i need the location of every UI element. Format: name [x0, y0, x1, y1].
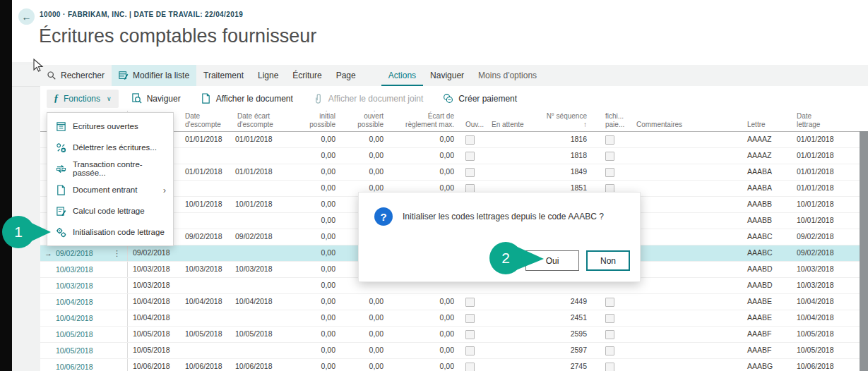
menu-item-initialisation-code-lettrage[interactable]: Initialisation code lettrage — [47, 221, 173, 243]
menubar-naviguer[interactable]: Naviguer — [423, 65, 471, 86]
column-header-ecart[interactable]: Date écart d'escompte — [232, 111, 283, 131]
creer-paiement-button[interactable]: Créer paiement — [436, 90, 524, 107]
cell-d1: 10/06/2018 — [40, 359, 128, 371]
cell-seq: 2451 — [533, 310, 595, 326]
table-row[interactable]: 10/06/201810/06/201810/06/201810/06/2018… — [40, 359, 860, 371]
cell-ecart: 01/01/2018 — [232, 164, 283, 180]
cell-dlet: 01/01/2018 — [787, 181, 860, 196]
cell-cb1 — [456, 343, 486, 358]
search-icon — [47, 71, 57, 80]
table-row[interactable]: 10/04/201810/04/201810/04/201810/04/2018… — [40, 294, 860, 310]
cell-esc — [179, 181, 232, 196]
column-header-seq[interactable]: N° séquence ↑ — [533, 111, 595, 131]
fonctions-dropdown-menu: Ecritures ouvertes Délettrer les écritur… — [47, 112, 174, 246]
column-header-attente[interactable]: En attente — [486, 111, 533, 131]
column-header-init[interactable]: Escompte initial possible — [283, 111, 337, 131]
menubar-traitement[interactable]: Traitement — [196, 65, 251, 86]
column-header-lettre[interactable]: Lettre — [738, 111, 787, 131]
cell-regl: 0,00 — [385, 132, 456, 147]
checkbox[interactable] — [605, 330, 614, 339]
afficher-document-joint-button[interactable]: Afficher le document joint — [306, 90, 431, 107]
cell-dlet: 01/01/2018 — [787, 164, 860, 180]
checkbox[interactable] — [605, 168, 614, 177]
checkbox[interactable] — [465, 363, 475, 371]
column-header-dlet[interactable]: Date lettrage — [787, 111, 860, 131]
date-link[interactable]: 10/06/2018 — [56, 360, 93, 371]
checkbox[interactable] — [465, 135, 475, 145]
checkbox[interactable] — [605, 298, 614, 307]
date-link[interactable]: 10/05/2018 — [56, 327, 93, 342]
cell-ecart — [232, 343, 283, 358]
date-link[interactable]: 10/03/2018 — [56, 279, 93, 293]
cell-comment — [631, 132, 738, 147]
date-link[interactable]: 10/04/2018 — [56, 311, 93, 326]
cell-dlet: 10/05/2018 — [787, 327, 860, 342]
cell-ouvert: 0,00 — [337, 294, 385, 310]
column-header-cb1[interactable]: Ouv... — [456, 111, 486, 131]
cell-seq: 1818 — [533, 148, 595, 164]
cell-ecart — [232, 181, 283, 196]
date-link[interactable]: 09/02/2018 — [56, 246, 93, 261]
cell-attente — [486, 310, 533, 326]
document-icon — [201, 93, 211, 104]
cell-dlet: 10/03/2018 — [787, 262, 860, 277]
column-header-comment[interactable]: Commentaires — [631, 111, 738, 131]
menubar-modifier-la-liste[interactable]: Modifier la liste — [112, 65, 196, 86]
column-header-esc[interactable]: Date d'escompte — [179, 111, 232, 131]
cell-esc: 01/01/2018 — [179, 164, 232, 180]
cell-d1: 10/03/2018 — [40, 262, 128, 277]
table-row[interactable]: 10/04/201810/04/20180,000,000,002451AAAB… — [40, 310, 860, 327]
checkbox[interactable] — [605, 314, 614, 323]
fonctions-button[interactable]: ƒ Fonctions ∨ — [47, 90, 119, 108]
page-title: Écritures comptables fournisseur — [39, 25, 316, 47]
date-link[interactable]: 10/03/2018 — [56, 262, 93, 277]
back-button[interactable]: ← — [18, 8, 35, 25]
vertical-scrollbar[interactable] — [860, 131, 868, 371]
menu-item-calcul-code-lettrage[interactable]: Calcul code lettrage — [47, 200, 173, 221]
checkbox[interactable] — [465, 314, 475, 323]
column-header-ouvert[interactable]: Escompte ouvert possible — [337, 111, 385, 131]
cell-regl: 0,00 — [385, 343, 456, 358]
menubar-ecriture[interactable]: Écriture — [285, 65, 328, 86]
menu-item-document-entrant[interactable]: Document entrant › — [47, 179, 173, 200]
non-button[interactable]: Non — [586, 250, 630, 271]
cell-init: 0,00 — [283, 310, 337, 326]
oui-button[interactable]: Oui — [525, 250, 579, 271]
menu-item-transaction-contre-passee[interactable]: Transaction contre-passée... — [47, 158, 173, 179]
cell-dlet: 10/06/2018 — [787, 359, 860, 371]
menubar-page[interactable]: Page — [329, 65, 363, 86]
table-row[interactable]: 10/05/201810/05/20180,000,000,002597AAAB… — [40, 343, 860, 359]
checkbox[interactable] — [605, 346, 614, 355]
cell-esc — [179, 213, 232, 229]
checkbox[interactable] — [465, 346, 475, 355]
checkbox[interactable] — [605, 152, 614, 161]
menubar-ligne[interactable]: Ligne — [251, 65, 285, 86]
cell-comment — [631, 245, 738, 261]
menubar-moins-doptions[interactable]: Moins d'options — [471, 65, 544, 86]
column-header-cb2[interactable]: fichi... paie... — [595, 111, 631, 131]
cell-ecart — [232, 213, 283, 229]
checkbox[interactable] — [465, 168, 475, 177]
column-header-regl[interactable]: Écart de règlement max. — [385, 111, 456, 131]
naviguer-button[interactable]: Naviguer — [124, 90, 188, 107]
init-lettrage-icon — [56, 227, 66, 238]
checkbox[interactable] — [465, 152, 475, 161]
date-link[interactable]: 10/04/2018 — [56, 295, 93, 310]
checkbox[interactable] — [465, 298, 475, 307]
cell-comment — [631, 213, 738, 229]
menubar-rechercher[interactable]: Rechercher — [40, 65, 112, 86]
cell-seq: 1849 — [533, 164, 595, 180]
table-row[interactable]: 10/05/201810/05/201810/05/201810/05/2018… — [40, 327, 860, 343]
date-link[interactable]: 10/05/2018 — [56, 343, 93, 358]
row-options-icon[interactable]: ⋮ — [113, 246, 127, 261]
cell-init: 0,00 — [283, 245, 337, 261]
menubar-actions[interactable]: Actions — [381, 65, 423, 86]
checkbox[interactable] — [605, 135, 614, 145]
checkbox[interactable] — [605, 363, 614, 371]
afficher-document-button[interactable]: Afficher le document — [194, 90, 300, 107]
cell-d1: 10/04/2018 — [40, 310, 128, 326]
checkbox[interactable] — [465, 330, 475, 339]
menu-item-ecritures-ouvertes[interactable]: Ecritures ouvertes — [47, 116, 173, 137]
cell-lettre: AAABC — [738, 229, 787, 245]
menu-item-delettrer-les-ecritures[interactable]: Délettrer les écritures... — [47, 137, 173, 158]
